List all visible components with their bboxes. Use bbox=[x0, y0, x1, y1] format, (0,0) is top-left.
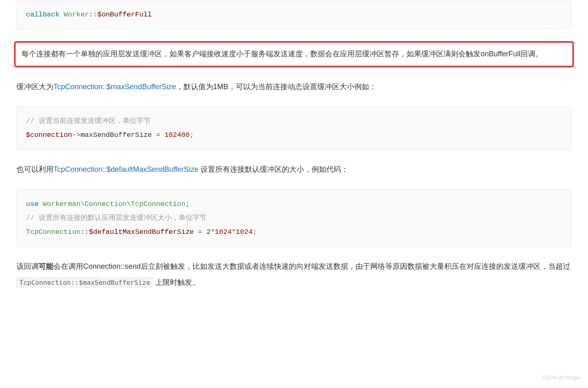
text-before-link: 也可以利用 bbox=[16, 165, 53, 173]
code-variable: $onBufferFull bbox=[97, 11, 152, 18]
highlight-text: 每个连接都有一个单独的应用层发送缓冲区，如果客户端接收速度小于服务端发送速度，数… bbox=[21, 46, 567, 62]
code-star: * bbox=[232, 228, 236, 236]
code-number: 2 bbox=[207, 228, 211, 236]
paragraph-callback-trigger: 该回调可能会在调用Connection::send后立刻被触发，比如发送大数据或… bbox=[16, 259, 572, 291]
text-segment: 会在调用Connection::send后立刻被触发，比如发送大数据或者连续快速… bbox=[53, 262, 570, 270]
code-comment: // 设置当前连接发送缓冲区，单位字节 bbox=[26, 117, 151, 125]
text-bold: 可能 bbox=[39, 262, 53, 270]
code-equals: = bbox=[194, 228, 207, 236]
text-after-link: 设置所有连接默认缓冲区的大小，例如代码： bbox=[198, 165, 349, 173]
code-number: 102400 bbox=[165, 131, 190, 139]
inline-code: TcpConnection::$maxSendBufferSize bbox=[16, 277, 153, 288]
highlight-box: 每个连接都有一个单独的应用层发送缓冲区，如果客户端接收速度小于服务端发送速度，数… bbox=[14, 41, 574, 67]
code-star: * bbox=[211, 228, 215, 236]
code-separator: :: bbox=[89, 11, 97, 18]
code-keyword-use: use bbox=[26, 200, 39, 208]
link-default-max-send-buffer[interactable]: TcpConnection::$defaultMaxSendBufferSize bbox=[53, 165, 198, 173]
text-after-link: ，默认值为1MB，可以为当前连接动态设置缓冲区大小例如： bbox=[176, 83, 377, 91]
paragraph-default-buffer: 也可以利用TcpConnection::$defaultMaxSendBuffe… bbox=[16, 162, 572, 178]
text-segment: 上限时触发。 bbox=[153, 278, 200, 286]
text-before-link: 缓冲区大为 bbox=[16, 83, 53, 91]
code-keyword: callback bbox=[26, 11, 60, 18]
code-variable: $connection bbox=[26, 131, 72, 139]
code-separator: :: bbox=[81, 228, 89, 236]
code-namespace: Workerman\Connection\TcpConnection bbox=[39, 200, 186, 208]
code-block-callback: callback Worker::$onBufferFull bbox=[16, 0, 572, 30]
code-property: maxSendBufferSize bbox=[81, 131, 152, 139]
code-semi: ; bbox=[186, 200, 190, 208]
code-equals: = bbox=[152, 131, 165, 139]
link-max-send-buffer[interactable]: TcpConnection::$maxSendBufferSize bbox=[53, 83, 176, 91]
code-number: 1024 bbox=[215, 228, 232, 236]
code-block-use-default: use Workerman\Connection\TcpConnection; … bbox=[16, 189, 572, 247]
code-comment: // 设置所有连接的默认应用层发送缓冲区大小，单位字节 bbox=[26, 214, 207, 222]
code-block-set-buffer: // 设置当前连接发送缓冲区，单位字节 $connection->maxSend… bbox=[16, 106, 572, 150]
text-segment: 该回调 bbox=[16, 262, 39, 270]
code-semi: ; bbox=[253, 228, 257, 236]
paragraph-buffer-size: 缓冲区大为TcpConnection::$maxSendBufferSize，默… bbox=[16, 79, 572, 95]
code-class: TcpConnection bbox=[26, 228, 81, 236]
code-arrow: -> bbox=[72, 131, 80, 139]
code-number: 1024 bbox=[236, 228, 253, 236]
code-variable: $defaultMaxSendBufferSize bbox=[89, 228, 194, 236]
code-semi: ; bbox=[190, 131, 194, 139]
code-class: Worker bbox=[64, 11, 89, 18]
